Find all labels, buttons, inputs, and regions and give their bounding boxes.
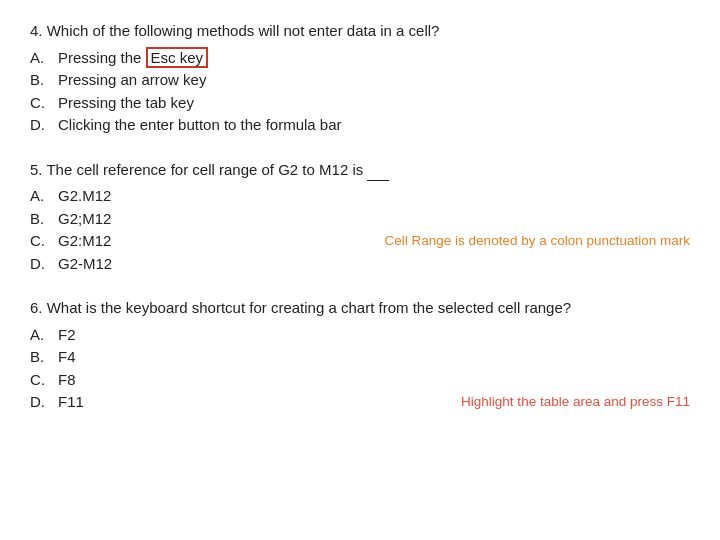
q5-option-a: A. G2.M12	[30, 185, 690, 208]
q6-text-c: F8	[58, 369, 690, 392]
q4-text-b: Pressing an arrow key	[58, 69, 690, 92]
q4-letter-c: C.	[30, 92, 58, 115]
q4-text: 4. Which of the following methods will n…	[30, 20, 690, 43]
q4-text-c: Pressing the tab key	[58, 92, 690, 115]
q5-text-a: G2.M12	[58, 185, 690, 208]
q6-text: 6. What is the keyboard shortcut for cre…	[30, 297, 690, 320]
q5-text-b: G2;M12	[58, 208, 690, 231]
q6-option-b: B. F4	[30, 346, 690, 369]
q4-option-c: C. Pressing the tab key	[30, 92, 690, 115]
question-5: 5. The cell reference for cell range of …	[30, 159, 690, 276]
q5-option-c: C. G2:M12 Cell Range is denoted by a col…	[30, 230, 690, 253]
q5-letter-d: D.	[30, 253, 58, 276]
question-6: 6. What is the keyboard shortcut for cre…	[30, 297, 690, 414]
q5-option-b: B. G2;M12	[30, 208, 690, 231]
q6-option-c: C. F8	[30, 369, 690, 392]
q5-letter-b: B.	[30, 208, 58, 231]
q6-text-d: F11	[58, 391, 443, 414]
q6-letter-d: D.	[30, 391, 58, 414]
q4-option-a: A. Pressing the Esc key	[30, 47, 690, 70]
q6-text-a: F2	[58, 324, 690, 347]
q5-letter-a: A.	[30, 185, 58, 208]
q6-letter-b: B.	[30, 346, 58, 369]
q5-letter-c: C.	[30, 230, 58, 253]
esc-box: Esc key	[146, 47, 209, 68]
q6-option-a: A. F2	[30, 324, 690, 347]
q4-letter-b: B.	[30, 69, 58, 92]
q6-option-d: D. F11 Highlight the table area and pres…	[30, 391, 690, 414]
q5-blank	[367, 180, 389, 181]
question-4: 4. Which of the following methods will n…	[30, 20, 690, 137]
q4-letter-d: D.	[30, 114, 58, 137]
q4-text-a: Pressing the Esc key	[58, 47, 690, 70]
q5-text: 5. The cell reference for cell range of …	[30, 159, 690, 182]
q5-text-c: G2:M12	[58, 230, 367, 253]
q4-option-d: D. Clicking the enter button to the form…	[30, 114, 690, 137]
q6-letter-c: C.	[30, 369, 58, 392]
q5-option-d: D. G2-M12	[30, 253, 690, 276]
q6-text-b: F4	[58, 346, 690, 369]
q6-annotation: Highlight the table area and press F11	[461, 392, 690, 412]
q4-text-d: Clicking the enter button to the formula…	[58, 114, 690, 137]
q4-option-b: B. Pressing an arrow key	[30, 69, 690, 92]
q5-annotation: Cell Range is denoted by a colon punctua…	[385, 231, 690, 251]
q4-letter-a: A.	[30, 47, 58, 70]
q6-letter-a: A.	[30, 324, 58, 347]
q5-text-d: G2-M12	[58, 253, 690, 276]
